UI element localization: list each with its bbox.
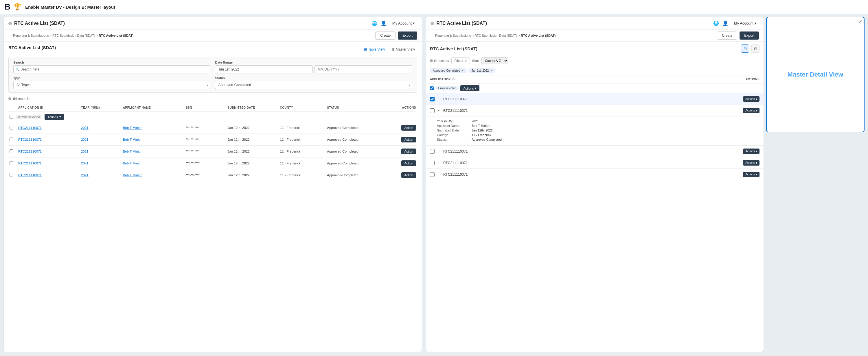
name-link-0[interactable]: Bob T Minion xyxy=(123,126,142,130)
select-all-checkbox[interactable] xyxy=(9,115,13,119)
col-header-app-id: APPLICATION ID xyxy=(18,106,81,109)
left-status-dot xyxy=(8,22,12,25)
name-link-3[interactable]: Bob T Minion xyxy=(123,162,142,165)
left-export-button[interactable]: Export xyxy=(398,32,417,40)
master-view-toggle[interactable]: ⊟ Master View xyxy=(390,46,417,52)
table-view-toggle[interactable]: ⊞ Table View xyxy=(362,46,387,52)
right-list-toolbar: 64 records Filters ▽ Sort: County A-Z xyxy=(426,56,764,66)
list-item-chevron-2[interactable]: › xyxy=(437,150,441,153)
right-export-button[interactable]: Export xyxy=(740,32,759,40)
status-select[interactable]: Approved-Completed xyxy=(215,81,412,89)
name-link-2[interactable]: Bob T Minion xyxy=(123,150,142,153)
left-create-button[interactable]: Create xyxy=(375,32,396,40)
search-filters: Search 🔍 Date Range xyxy=(8,57,417,93)
main-layout: RTC Active List (SDAT) 🌐 👤 My Account ▾ … xyxy=(0,14,868,355)
grid-view-icon-btn[interactable]: ⊞ xyxy=(741,44,749,52)
row-checkbox-0[interactable] xyxy=(9,126,13,130)
row-checkbox-3[interactable] xyxy=(9,161,13,165)
ssn-1: ***-**-**** xyxy=(186,138,228,141)
date-to-input[interactable] xyxy=(314,65,412,73)
list-item-chevron-4[interactable]: › xyxy=(437,173,441,176)
action-button-2[interactable]: Action xyxy=(401,148,416,154)
county-2: 11 - Frederick xyxy=(280,150,327,153)
list-item-header-3: › RTC211110071 Actions ▾ xyxy=(426,157,764,169)
right-bulk-actions-dropdown[interactable]: Actions ▾ xyxy=(460,85,479,91)
filters-button[interactable]: Filters ▽ xyxy=(452,58,470,64)
status-4: Approved-Completed xyxy=(327,173,379,177)
filter-tag-remove-0[interactable]: ✕ xyxy=(461,69,464,73)
search-label: Search xyxy=(13,61,210,64)
table-row: RTC211110071 2021 Bob T Minion ***-**-**… xyxy=(8,122,417,134)
search-input[interactable] xyxy=(13,65,210,73)
search-filter-group: Search 🔍 xyxy=(13,61,210,73)
status-2: Approved-Completed xyxy=(327,150,379,153)
action-button-4[interactable]: Action xyxy=(401,172,416,178)
list-item-chevron-3[interactable]: › xyxy=(437,161,441,165)
list-item-header-1: ▾ RTC211110071 Actions ▾ xyxy=(426,105,764,116)
name-link-4[interactable]: Bob T Minion xyxy=(123,173,142,177)
status-0: Approved-Completed xyxy=(327,126,379,130)
list-item-checkbox-1[interactable] xyxy=(430,108,435,113)
user-icon[interactable]: 👤 xyxy=(381,21,386,26)
action-button-0[interactable]: Action xyxy=(401,125,416,131)
name-link-1[interactable]: Bob T Minion xyxy=(123,138,142,141)
type-select[interactable]: All Types xyxy=(13,81,210,89)
table-row: RTC211110071 2021 Bob T Minion ***-**-**… xyxy=(8,157,417,169)
row-checkbox-4[interactable] xyxy=(9,173,13,177)
date-from-input[interactable] xyxy=(215,65,313,73)
right-row-controls: 1 row selected Actions ▾ xyxy=(426,83,764,93)
list-item-checkbox-0[interactable] xyxy=(430,97,435,101)
year-link-3[interactable]: 2021 xyxy=(81,162,89,165)
left-section-title-row: RTC Active List (SDAT) ⊞ Table View ⊟ Ma… xyxy=(8,45,417,54)
right-list-title-row: RTC Active List (SDAT) xyxy=(431,21,487,26)
year-link-1[interactable]: 2021 xyxy=(81,138,89,141)
table-controls-row: 0 rows selected Actions ▾ xyxy=(8,112,417,122)
expanded-details-1: Year (NUM):2021 Applicant Name:Bob T Min… xyxy=(426,116,764,145)
expand-icon[interactable]: ⤢ xyxy=(859,19,862,24)
action-button-3[interactable]: Action xyxy=(401,161,416,166)
list-item-actions-button-4[interactable]: Actions ▾ xyxy=(743,172,760,177)
list-item-checkbox-3[interactable] xyxy=(430,161,435,165)
right-globe-icon[interactable]: 🌐 xyxy=(713,21,719,26)
app-id-link-4[interactable]: RTC211110071 xyxy=(18,173,42,177)
ssn-2: ***-**-**** xyxy=(186,150,228,153)
year-link-4[interactable]: 2021 xyxy=(81,173,89,177)
list-item-checkbox-2[interactable] xyxy=(430,149,435,154)
right-records-badge: 64 records xyxy=(430,59,449,62)
right-breadcrumb-link-2[interactable]: RTC Submission Data (SDAT) xyxy=(474,34,517,37)
left-breadcrumb-row: Reporting & Submissions > RTC Submission… xyxy=(4,30,422,42)
list-item-actions-button-1[interactable]: Actions ▾ xyxy=(743,108,760,113)
year-link-2[interactable]: 2021 xyxy=(81,150,89,153)
list-item-chevron-1[interactable]: ▾ xyxy=(437,109,441,112)
right-select-all-checkbox[interactable] xyxy=(430,86,434,90)
date-range-filter-group: Date Range xyxy=(215,61,412,73)
breadcrumb-link-2[interactable]: RTC Submission Data (SDAT) xyxy=(52,34,95,37)
app-id-link-2[interactable]: RTC211110071 xyxy=(18,150,42,153)
row-checkbox-2[interactable] xyxy=(9,149,13,153)
master-view-icon-btn[interactable]: ⊟ xyxy=(751,44,760,52)
filter-tag-1: Jan 1st, 2022✕ xyxy=(468,68,495,73)
list-item-actions-button-3[interactable]: Actions ▾ xyxy=(743,160,760,166)
list-item-chevron-0[interactable]: › xyxy=(437,97,441,101)
list-item-actions-button-2[interactable]: Actions ▾ xyxy=(743,148,760,154)
sort-select[interactable]: County A-Z xyxy=(481,57,508,64)
bulk-actions-dropdown[interactable]: Actions ▾ xyxy=(44,114,64,120)
app-id-link-3[interactable]: RTC211110071 xyxy=(18,162,42,165)
right-my-account-button[interactable]: My Account ▾ xyxy=(732,20,759,27)
date-0: Jan 12th, 2022 xyxy=(228,126,280,130)
action-button-1[interactable]: Action xyxy=(401,137,416,142)
list-item-checkbox-4[interactable] xyxy=(430,172,435,177)
right-user-icon[interactable]: 👤 xyxy=(722,21,728,26)
breadcrumb-link-1[interactable]: Reporting & Submissions xyxy=(13,34,49,37)
list-item-actions-button-0[interactable]: Actions ▾ xyxy=(743,96,760,102)
app-id-link-1[interactable]: RTC211110071 xyxy=(18,138,42,141)
right-create-button[interactable]: Create xyxy=(717,32,737,40)
master-view-icon: ⊟ xyxy=(392,47,395,51)
right-breadcrumb-link-1[interactable]: Reporting & Submissions xyxy=(435,34,471,37)
app-id-link-0[interactable]: RTC211110071 xyxy=(18,126,42,130)
year-link-0[interactable]: 2021 xyxy=(81,126,89,130)
row-checkbox-1[interactable] xyxy=(9,138,13,141)
my-account-button[interactable]: My Account ▾ xyxy=(390,20,417,27)
globe-icon[interactable]: 🌐 xyxy=(372,21,377,26)
filter-tag-remove-1[interactable]: ✕ xyxy=(490,69,492,73)
